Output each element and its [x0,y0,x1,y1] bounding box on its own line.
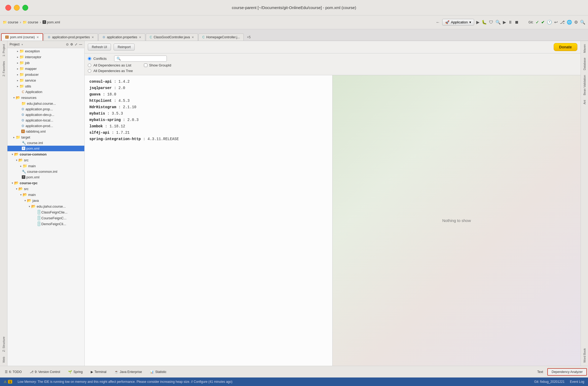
sidebar-expand-icon[interactable]: ⤢ [75,43,77,46]
settings-icon[interactable]: ⚙ [574,20,578,25]
bottom-tab-todo[interactable]: ☰ 6: TODO [1,369,26,375]
sidebar-item-interceptor[interactable]: ▸ 📁 interceptor [7,54,84,60]
tabs-overflow[interactable]: +5 [244,34,253,41]
maven-tab[interactable]: Maven [582,42,587,55]
all-deps-list-label[interactable]: All Dependencies as List [93,63,131,67]
breadcrumb-course2[interactable]: 📁 course [23,20,38,24]
profile-button[interactable]: 🔍 [495,20,501,25]
breadcrumb-pomxml[interactable]: 🅼 pom.xml [43,20,60,24]
structure-tab[interactable]: Z: Structure [1,334,6,354]
bottom-tab-spring[interactable]: 🌱 Spring [64,369,86,375]
sidebar-item-main2[interactable]: ▾ 📂 main [7,192,84,198]
dep-mybatis-spring[interactable]: mybatis-spring : 2.0.3 [88,117,329,123]
tab-app-prod[interactable]: ⚙ application-prod.properties ✕ [44,33,98,41]
search-everywhere-icon[interactable]: 🔍 [580,20,585,25]
dep-spring-integration[interactable]: spring-integration-http : 4.3.11.RELEASE [88,136,329,142]
breadcrumb-course1[interactable]: 📁 course [3,20,18,24]
sidebar-sync-icon[interactable]: ⊙ [66,43,69,46]
sidebar-item-mapper[interactable]: ▸ 📁 mapper [7,66,84,72]
play-icon[interactable]: ▶ [503,20,506,25]
sidebar-item-app-local[interactable]: ⚙ application-local... [7,118,84,123]
bean-validation-tab[interactable]: Bean Validation [582,73,587,97]
search-input[interactable] [122,57,164,61]
all-deps-tree-radio[interactable] [88,69,91,73]
dep-httpclient[interactable]: httpclient : 4.5.3 [88,98,329,104]
tab-pom-xml[interactable]: 🅼 pom.xml (course) ✕ [1,33,43,41]
tab-close-icon[interactable]: ✕ [36,36,39,39]
tab-app-prod-close[interactable]: ✕ [92,36,94,39]
word-book-tab[interactable]: Word Book [582,346,587,365]
dep-guava[interactable]: guava : 18.0 [88,91,329,98]
refresh-ui-button[interactable]: Refresh UI [88,44,111,51]
dep-mybatis[interactable]: mybatis : 3.5.3 [88,110,329,117]
tab-homepage[interactable]: C HomepageController.j... [198,33,244,41]
bottom-tab-java-enterprise[interactable]: ☕ Java Enterprise [111,369,146,375]
git-tick-icon[interactable]: ✔ [541,20,545,25]
bottom-tab-terminal[interactable]: ▶ Terminal [87,369,110,375]
dep-slf4j[interactable]: slf4j-api : 1.7.21 [88,129,329,136]
sidebar-item-course-common-iml[interactable]: 🔧 course-common.iml [7,169,84,174]
tab-app-properties[interactable]: ⚙ application.properties ✕ [98,33,145,41]
show-groupid-label[interactable]: Show GroupId [149,63,171,67]
nav-back-icon[interactable]: ← [436,20,440,25]
translate-icon[interactable]: 🌐 [567,20,572,25]
git-undo-icon[interactable]: ↩ [554,20,558,25]
favorites-tab[interactable]: 2: Favorites [1,59,6,78]
sidebar-item-class-feign[interactable]: I ClassFeignClie... [7,209,84,215]
maximize-button[interactable] [22,5,28,11]
all-deps-tree-label[interactable]: All Dependencies as Tree [93,69,133,73]
project-tab[interactable]: 1: Project [1,42,6,58]
bottom-tab-dep-analyzer[interactable]: Dependency Analyzer [547,368,587,376]
sidebar-item-utils[interactable]: ▸ 📁 utils [7,83,84,89]
sidebar-item-exception[interactable]: ▸ 📁 exception [7,48,84,54]
database-tab[interactable]: Database [582,56,587,72]
donate-button[interactable]: Donate [554,43,577,51]
sidebar-item-pom-xml2[interactable]: 🅼 pom.xml [7,174,84,180]
conflicts-radio[interactable] [88,57,91,60]
bottom-tab-text[interactable]: Text [533,369,547,375]
sidebar-item-src2[interactable]: ▾ 📂 src [7,186,84,192]
sidebar-item-producer[interactable]: ▸ 📁 producer [7,72,84,77]
pause-icon[interactable]: ⏸ [508,20,512,25]
sidebar-item-pom-xml-selected[interactable]: 🅼 pom.xml [7,146,84,151]
close-button[interactable] [5,5,11,11]
sidebar-item-java[interactable]: ▾ 📂 java [7,198,84,203]
sidebar-item-service[interactable]: ▸ 📁 service [7,77,84,83]
tab-class-good[interactable]: C ClassGoodController.java ✕ [146,33,198,41]
sidebar-item-target[interactable]: ▸ 📁 target [7,134,84,140]
run-button[interactable]: ▶ [476,20,479,25]
bottom-tab-statistic[interactable]: 📊 Statistic [146,369,170,375]
sidebar-item-resources[interactable]: ▾ 📂 resources [7,95,84,100]
reimport-button[interactable]: Reimport [114,44,135,51]
sidebar-settings-icon[interactable]: ⚙ [70,43,73,46]
sidebar-item-course-rpc[interactable]: ▾ 📂 course-rpc [7,180,84,186]
dep-jsqlparser[interactable]: jsqlparser : 2.0 [88,85,329,91]
dep-hdrhistogram[interactable]: HdrHistogram : 2.1.10 [88,104,329,110]
conflicts-label[interactable]: Conflicts [93,57,107,61]
sidebar-item-edu-jiahui[interactable]: 📁 edu.jiahui.course... [7,100,84,106]
sidebar-item-demo-feign[interactable]: I DemoFeignCli... [7,221,84,227]
sidebar-item-main1[interactable]: ▸ 📁 main [7,163,84,169]
sidebar-item-job[interactable]: ▸ 📁 job [7,60,84,66]
web-tab[interactable]: Web [1,355,6,365]
show-groupid-checkbox[interactable] [144,64,147,67]
sidebar-item-application[interactable]: C Application [7,89,84,95]
sidebar-item-course-feign[interactable]: I CourseFeignC... [7,215,84,221]
minimize-button[interactable] [14,5,20,11]
status-git[interactable]: Git: fixbug_20201221 [534,380,565,384]
debug-button[interactable]: 🐛 [482,20,487,25]
sidebar-item-app-prod[interactable]: ⚙ application-prod... [7,123,84,129]
git-check-icon[interactable]: ✓ [536,20,539,25]
bottom-tab-vcs[interactable]: ⎇ 9: Version Control [26,369,64,375]
sidebar-item-app-properties[interactable]: ⚙ application.prop... [7,106,84,112]
sidebar-item-course-iml[interactable]: 🔧 course.iml [7,140,84,146]
app-dropdown[interactable]: 🚀 Application ▾ [442,19,474,26]
sidebar-hide-icon[interactable]: — [79,43,82,46]
sidebar-item-course-common[interactable]: ▾ 📂 course-common [7,151,84,157]
status-warning-item[interactable]: ⚠ 1 [4,380,12,384]
git-history-icon[interactable]: 🕐 [547,20,552,25]
stop-icon[interactable]: ⏹ [515,20,519,25]
sidebar-item-edu-jiahui-rpc[interactable]: ▾ 📂 edu.jiahui.course... [7,203,84,209]
all-deps-list-radio[interactable] [88,64,91,67]
tab-class-good-close[interactable]: ✕ [192,36,194,39]
